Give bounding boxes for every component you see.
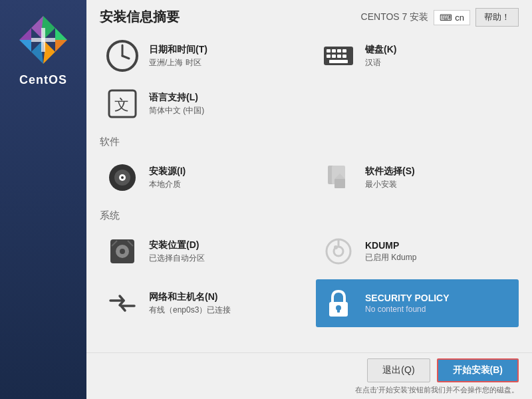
svg-rect-20 [337, 55, 341, 58]
sidebar: CentOS [0, 0, 86, 399]
footer-buttons: 退出(Q) 开始安装(B) [367, 358, 519, 382]
software-title: 软件选择(S) [365, 166, 415, 178]
source-subtitle: 本地介质 [149, 179, 186, 190]
svg-point-35 [120, 249, 125, 254]
language-selector[interactable]: ⌨ cn [434, 10, 470, 25]
main-content: 安装信息摘要 CENTOS 7 安装 ⌨ cn 帮助！ [86, 0, 532, 399]
software-item[interactable]: 软件选择(S) 最小安装 [316, 154, 519, 201]
centos-version-text: CENTOS 7 安装 [361, 11, 429, 23]
keyboard-text: 键盘(K) 汉语 [365, 44, 396, 68]
network-title: 网络和主机名(N) [149, 291, 231, 303]
kdump-icon [320, 233, 357, 270]
network-subtitle: 有线（enp0s3）已连接 [149, 305, 231, 316]
svg-point-39 [334, 245, 338, 249]
language-text: 语言支持(L) 简体中文 (中国) [149, 92, 204, 116]
svg-rect-21 [342, 55, 346, 58]
datetime-icon [104, 37, 141, 74]
language-icon: 文 [104, 85, 141, 122]
svg-rect-14 [327, 49, 331, 53]
header-right: CENTOS 7 安装 ⌨ cn 帮助！ [361, 8, 519, 27]
network-text: 网络和主机名(N) 有线（enp0s3）已连接 [149, 291, 231, 316]
source-item[interactable]: 安装源(I) 本地介质 [100, 154, 303, 201]
system-grid: 安装位置(D) 已选择自动分区 KDUMP 已启用 Kdump [100, 227, 519, 327]
svg-rect-16 [337, 49, 341, 53]
kdump-item[interactable]: KDUMP 已启用 Kdump [316, 227, 519, 275]
kdump-title: KDUMP [365, 240, 416, 251]
quit-button[interactable]: 退出(Q) [367, 358, 430, 382]
keyboard-item-icon [320, 37, 357, 74]
svg-rect-31 [334, 179, 345, 188]
svg-rect-19 [332, 55, 336, 58]
software-grid: 安装源(I) 本地介质 软件选择(S) 最小安装 [100, 154, 519, 201]
footer: 退出(Q) 开始安装(B) 在点击'开始安装'按钮前我们并不会操作您的磁盘。 [86, 352, 532, 399]
language-item[interactable]: 文 语言支持(L) 简体中文 (中国) [100, 80, 303, 128]
security-title: SECURITY POLICY [365, 293, 450, 303]
svg-rect-42 [337, 308, 340, 313]
lang-grid: 文 语言支持(L) 简体中文 (中国) [100, 80, 519, 128]
svg-rect-17 [342, 49, 346, 53]
lang-value: cn [455, 13, 464, 23]
svg-line-12 [122, 56, 129, 59]
datetime-title: 日期和时间(T) [149, 44, 207, 56]
network-icon [104, 285, 141, 322]
disk-title: 安装位置(D) [149, 239, 205, 251]
footer-note: 在点击'开始安装'按钮前我们并不会操作您的磁盘。 [355, 385, 519, 395]
kdump-subtitle: 已启用 Kdump [365, 252, 416, 263]
security-icon [320, 285, 357, 322]
source-title: 安装源(I) [149, 166, 186, 178]
disk-icon [104, 233, 141, 270]
security-subtitle: No content found [365, 305, 450, 314]
security-text: SECURITY POLICY No content found [365, 293, 450, 314]
security-item[interactable]: SECURITY POLICY No content found [316, 279, 519, 327]
language-subtitle: 简体中文 (中国) [149, 105, 204, 116]
page-title: 安装信息摘要 [100, 8, 180, 26]
keyboard-item[interactable]: 键盘(K) 汉语 [316, 32, 519, 80]
svg-point-28 [121, 176, 124, 179]
software-icon [320, 159, 357, 196]
disk-text: 安装位置(D) 已选择自动分区 [149, 239, 205, 264]
keyboard-icon: ⌨ [440, 13, 452, 23]
language-title: 语言支持(L) [149, 92, 204, 104]
disk-item[interactable]: 安装位置(D) 已选择自动分区 [100, 227, 303, 275]
top-items-grid: 日期和时间(T) 亚洲/上海 时区 [100, 32, 519, 80]
source-text: 安装源(I) 本地介质 [149, 166, 186, 190]
software-section-label: 软件 [100, 136, 519, 148]
svg-text:文: 文 [114, 96, 129, 113]
svg-rect-18 [327, 55, 331, 58]
header: 安装信息摘要 CENTOS 7 安装 ⌨ cn 帮助！ [86, 0, 532, 32]
datetime-text: 日期和时间(T) 亚洲/上海 时区 [149, 44, 207, 68]
keyboard-subtitle: 汉语 [365, 57, 396, 68]
source-icon [104, 159, 141, 196]
keyboard-title: 键盘(K) [365, 44, 396, 56]
disk-subtitle: 已选择自动分区 [149, 253, 205, 264]
svg-rect-9 [31, 38, 55, 42]
help-button[interactable]: 帮助！ [475, 8, 519, 27]
install-button[interactable]: 开始安装(B) [437, 358, 519, 382]
kdump-text: KDUMP 已启用 Kdump [365, 240, 416, 263]
svg-rect-22 [329, 60, 348, 63]
software-subtitle: 最小安装 [365, 179, 415, 190]
system-section-label: 系统 [100, 209, 519, 222]
svg-rect-15 [332, 49, 336, 53]
datetime-item[interactable]: 日期和时间(T) 亚洲/上海 时区 [100, 32, 303, 80]
software-text: 软件选择(S) 最小安装 [365, 166, 415, 190]
content-area: 日期和时间(T) 亚洲/上海 时区 [86, 32, 532, 352]
datetime-subtitle: 亚洲/上海 时区 [149, 57, 207, 68]
centos-logo-icon [17, 13, 70, 66]
centos-brand-text: CentOS [19, 73, 67, 87]
network-item[interactable]: 网络和主机名(N) 有线（enp0s3）已连接 [100, 279, 303, 327]
